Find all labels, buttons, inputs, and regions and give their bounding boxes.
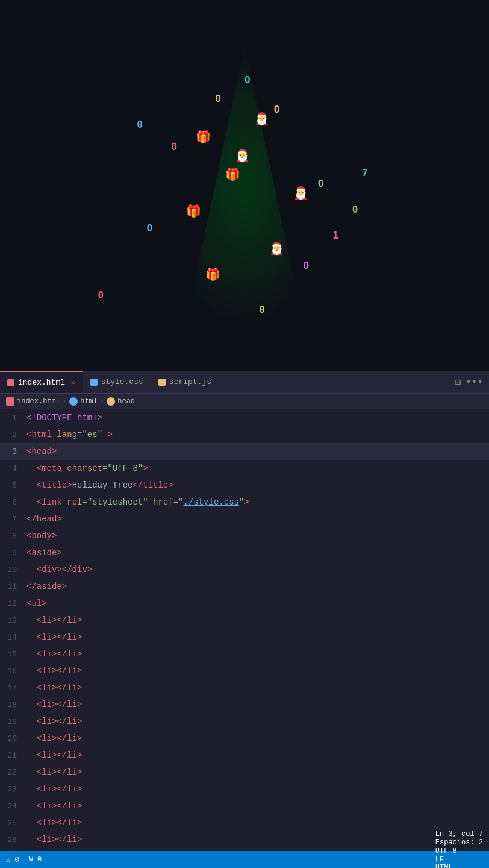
line-num-8: 8: [0, 532, 26, 541]
line-num-23: 23: [0, 785, 26, 794]
status-line-ending-text: LF: [435, 855, 444, 864]
ornament-13: O: [244, 74, 251, 86]
status-spaces-text: Espacios: 2: [435, 838, 483, 847]
ornament-6: 🎁: [205, 267, 220, 282]
ornament-7: 🎅: [235, 148, 250, 163]
line-num-17: 17: [0, 684, 26, 693]
line-num-18: 18: [0, 700, 26, 709]
code-area: 1 <!DOCTYPE html> 2 <html lang="es" > 3 …: [0, 409, 489, 851]
tab-index-html[interactable]: index.html ✕: [0, 371, 83, 393]
line-content-20: <li></li>: [26, 734, 82, 743]
line-num-20: 20: [0, 734, 26, 743]
line-num-1: 1: [0, 414, 26, 423]
line-content-11: </aside>: [26, 582, 67, 591]
line-content-12: <ul>: [26, 599, 47, 608]
code-line-16: 16 <li></li>: [0, 662, 489, 679]
code-line-10: 10 <div></div>: [0, 561, 489, 578]
breadcrumb-head: head: [107, 397, 135, 406]
breadcrumb-sep-1: ›: [63, 397, 67, 406]
tab-icon-html: [7, 379, 14, 386]
code-line-23: 23 <li></li>: [0, 781, 489, 797]
status-warnings-text: W 0: [29, 855, 42, 864]
status-right: Ln 3, col 7 Espacios: 2 UTF-8 LF HTML Po…: [435, 830, 483, 869]
line-content-9: <aside>: [26, 548, 62, 558]
status-position-text: Ln 3, col 7: [435, 830, 483, 838]
ornament-10: O: [318, 178, 324, 189]
status-errors-text: ⚠ 0: [6, 855, 19, 864]
tab-actions: ⊟ •••: [455, 371, 489, 393]
tab-style-css[interactable]: style.css: [83, 371, 151, 393]
code-line-21: 21 <li></li>: [0, 747, 489, 764]
line-content-5: <title>Holiday Tree</title>: [26, 480, 173, 490]
ornament-8: O: [274, 104, 280, 115]
code-line-7: 7 </head>: [0, 511, 489, 527]
line-num-2: 2: [0, 430, 26, 439]
status-spaces: Espacios: 2: [435, 838, 483, 847]
code-line-19: 19 <li></li>: [0, 713, 489, 730]
line-num-13: 13: [0, 616, 26, 625]
tab-close-html[interactable]: ✕: [71, 379, 75, 386]
line-content-24: <li></li>: [26, 801, 82, 811]
ornament-2: 🎁: [186, 204, 201, 219]
ornament-20: 7: [362, 167, 368, 178]
file-icon: [6, 397, 14, 406]
status-errors: ⚠ 0: [6, 855, 19, 864]
line-num-10: 10: [0, 565, 26, 574]
breadcrumb-head-icon: [107, 397, 115, 406]
line-content-8: <body>: [26, 531, 57, 541]
tab-script-js[interactable]: script.js: [151, 371, 219, 393]
code-line-2: 2 <html lang="es" >: [0, 426, 489, 443]
line-content-26: <li></li>: [26, 835, 82, 844]
code-line-13: 13 <li></li>: [0, 612, 489, 629]
line-num-19: 19: [0, 717, 26, 726]
line-num-14: 14: [0, 633, 26, 642]
code-line-22: 22 <li></li>: [0, 764, 489, 781]
ornament-4: 🎁: [196, 130, 211, 145]
breadcrumb-html-icon: [69, 397, 78, 406]
status-line-ending: LF: [435, 855, 483, 864]
line-content-19: <li></li>: [26, 717, 82, 726]
ornament-0: 🎁: [225, 167, 240, 182]
line-content-21: <li></li>: [26, 750, 82, 760]
line-num-11: 11: [0, 582, 26, 591]
breadcrumb-html: html: [69, 397, 98, 406]
breadcrumb-html-label: html: [80, 397, 98, 406]
split-editor-icon[interactable]: ⊟: [455, 376, 461, 388]
line-num-24: 24: [0, 802, 26, 811]
status-language: HTML: [435, 864, 483, 869]
ornament-11: O: [147, 222, 153, 234]
line-num-3: 3: [0, 447, 26, 456]
line-num-9: 9: [0, 549, 26, 558]
code-line-6: 6 <link rel="stylesheet" href="./style.c…: [0, 494, 489, 511]
ornament-9: O: [171, 141, 177, 153]
line-content-14: <li></li>: [26, 632, 82, 642]
code-line-20: 20 <li></li>: [0, 730, 489, 747]
ornament-12: O: [303, 260, 309, 271]
line-num-21: 21: [0, 751, 26, 760]
line-num-16: 16: [0, 667, 26, 676]
code-line-3: 3 <head>: [0, 443, 489, 460]
tab-label-html: index.html: [18, 378, 65, 387]
code-line-11: 11 </aside>: [0, 578, 489, 595]
tab-icon-js: [158, 379, 166, 386]
line-content-15: <li></li>: [26, 649, 82, 659]
line-content-2: <html lang="es" >: [26, 430, 113, 439]
line-content-23: <li></li>: [26, 784, 82, 794]
line-content-13: <li></li>: [26, 615, 82, 625]
line-content-7: </head>: [26, 514, 62, 524]
code-line-8: 8 <body>: [0, 527, 489, 544]
line-num-5: 5: [0, 481, 26, 490]
line-content-1: <!DOCTYPE html>: [26, 413, 102, 423]
code-line-5: 5 <title>Holiday Tree</title>: [0, 477, 489, 494]
status-encoding: UTF-8: [435, 847, 483, 855]
status-encoding-text: UTF-8: [435, 847, 457, 855]
more-actions-icon[interactable]: •••: [466, 377, 483, 388]
line-content-3: <head>: [26, 447, 57, 456]
line-num-22: 22: [0, 768, 26, 777]
code-line-12: 12 <ul>: [0, 595, 489, 612]
breadcrumb-head-label: head: [117, 397, 135, 406]
tree-container: 🎁🎅🎁🎅🎁🎅🎁🎅OOOOOOO000017: [0, 0, 489, 371]
ornament-15: 0: [98, 289, 104, 301]
code-line-24: 24 <li></li>: [0, 797, 489, 814]
status-position: Ln 3, col 7: [435, 830, 483, 838]
